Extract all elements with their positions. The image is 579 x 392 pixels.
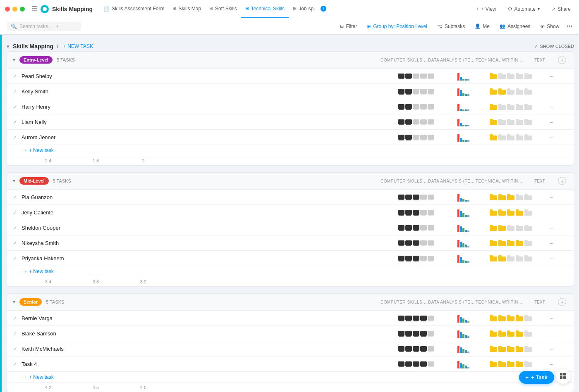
section-info-icon[interactable]: ℹ	[57, 44, 58, 49]
computer-skill-cell-2-1	[392, 331, 440, 336]
col-text-mid-level: TEXT	[523, 179, 556, 183]
avg-row-entry-level: 2.4 1.8 2	[7, 156, 574, 165]
task-count-entry-level: 5 TASKS	[57, 57, 75, 62]
show-button[interactable]: 👁 Show	[538, 22, 562, 31]
task-checkbox-1-0[interactable]: ✓	[13, 194, 17, 200]
task-checkbox-0-0[interactable]: ✓	[13, 73, 17, 79]
task-count-senior: 5 TASKS	[46, 299, 64, 304]
task-checkbox-1-2[interactable]: ✓	[13, 225, 17, 231]
more-options-button[interactable]: •••	[567, 23, 572, 29]
share-button[interactable]: ↗ Share	[548, 5, 574, 14]
group-badge-senior: Senior	[19, 298, 42, 306]
task-name-2-2[interactable]: Keith McMichaels	[22, 346, 388, 352]
plus-icon: +	[476, 6, 479, 12]
tab-skills-assessment[interactable]: 📄 Skills Assessment Form	[99, 0, 168, 18]
new-task-row-entry-level[interactable]: + + New task	[7, 145, 574, 156]
task-name-1-3[interactable]: Nikeysha Smith	[22, 240, 388, 246]
me-button[interactable]: 👤 Me	[472, 22, 492, 31]
subtasks-button[interactable]: ⌥ Subtasks	[435, 22, 467, 31]
add-column-mid-level[interactable]: +	[558, 177, 566, 185]
new-task-row-mid-level[interactable]: + + New task	[7, 266, 574, 277]
task-checkbox-1-3[interactable]: ✓	[13, 240, 17, 246]
computer-skill-cell-0-0	[392, 74, 440, 78]
collapse-entry-level-icon[interactable]: ▾	[13, 57, 15, 63]
task-cols-0-2: –	[392, 102, 568, 111]
col-writing-senior: TECHNICAL WRITING (...	[476, 300, 523, 304]
task-checkbox-2-1[interactable]: ✓	[13, 330, 17, 337]
task-name-1-1[interactable]: Jelly Caliente	[22, 209, 388, 216]
computer-skill-cell-0-4	[392, 135, 440, 140]
writing-skill-cell-0-4	[487, 134, 535, 140]
add-column-senior[interactable]: +	[558, 298, 566, 306]
add-column-entry-level[interactable]: +	[558, 56, 566, 64]
section-new-task[interactable]: + NEW TASK	[63, 43, 93, 49]
show-closed-button[interactable]: ✓ SHOW CLOSED	[534, 44, 574, 49]
col-computer-senior: COMPUTER SKILLS (TE...	[380, 300, 428, 304]
writing-skill-cell-2-3	[487, 361, 535, 367]
data-skill-cell-2-0	[440, 314, 487, 323]
group-col-headers-entry-level: COMPUTER SKILLS (TE... DATA ANALYSIS (TE…	[380, 56, 568, 64]
task-name-0-4[interactable]: Aurora Jenner	[22, 134, 388, 140]
automate-icon: ⚙	[508, 6, 512, 12]
computer-skill-cell-0-1	[392, 89, 440, 94]
task-checkbox-2-3[interactable]: ✓	[13, 361, 17, 367]
task-name-1-2[interactable]: Sheldon Cooper	[22, 225, 388, 231]
close-button[interactable]	[5, 7, 10, 12]
writing-skill-cell-0-0	[487, 73, 535, 79]
avg-computer-entry-level: 2.4	[24, 158, 72, 163]
search-area[interactable]: 🔍 Search tasks... ▾	[7, 22, 81, 31]
group-by-button[interactable]: ◉ Group by: Position Level	[364, 22, 430, 31]
computer-skill-cell-1-4	[392, 256, 440, 261]
task-name-0-1[interactable]: Kelly Smith	[22, 88, 388, 95]
collapse-senior-icon[interactable]: ▾	[13, 299, 15, 305]
automate-button[interactable]: ⚙ Automate ▾	[505, 5, 543, 14]
avg-writing-senior: 4.0	[120, 385, 167, 390]
task-name-0-3[interactable]: Liam Nelly	[22, 119, 388, 125]
task-fab[interactable]: + + Task	[519, 371, 554, 384]
main-area: ▾ Skills Mapping ℹ + NEW TASK ✓ SHOW CLO…	[0, 35, 579, 392]
computer-skill-cell-2-0	[392, 316, 440, 321]
task-checkbox-0-2[interactable]: ✓	[13, 104, 17, 110]
task-name-1-0[interactable]: Pia Guanzon	[22, 194, 388, 200]
task-checkbox-0-4[interactable]: ✓	[13, 134, 17, 140]
filter-button[interactable]: ⊟ Filter	[337, 22, 359, 31]
task-cols-1-2: –	[392, 223, 568, 232]
task-name-0-0[interactable]: Pearl Shelby	[22, 73, 388, 79]
plus-icon-entry-level: +	[24, 147, 27, 153]
task-checkbox-2-0[interactable]: ✓	[13, 315, 17, 321]
collapse-section-icon[interactable]: ▾	[7, 43, 10, 50]
task-checkbox-2-2[interactable]: ✓	[13, 346, 17, 352]
task-name-0-2[interactable]: Harry Henry	[22, 104, 388, 110]
collapse-mid-level-icon[interactable]: ▾	[13, 178, 15, 184]
view-button[interactable]: + + View	[473, 5, 499, 14]
computer-skill-cell-1-0	[392, 195, 440, 200]
text-cell-2-1: –	[535, 330, 568, 337]
grid-icon-4: ⊞	[293, 6, 297, 11]
apps-grid-icon	[560, 373, 567, 380]
data-skill-cell-0-1	[440, 87, 487, 96]
assignees-button[interactable]: 👥 Assignees	[497, 22, 533, 31]
task-name-1-4[interactable]: Priyanka Hakeem	[22, 255, 388, 261]
grid-icon-3: ⊞	[245, 6, 249, 11]
task-checkbox-0-1[interactable]: ✓	[13, 88, 17, 95]
task-name-2-0[interactable]: Bernie Varga	[22, 315, 388, 321]
tab-soft-skills[interactable]: ⊞ Soft Skills	[205, 0, 241, 18]
task-name-2-1[interactable]: Blake Samson	[22, 330, 388, 337]
task-name-2-3[interactable]: Task 4	[22, 361, 388, 367]
groups-container: ▾ Entry-Level 5 TASKS COMPUTER SKILLS (T…	[7, 51, 574, 392]
tab-technical-skills[interactable]: ⊞ Technical Skills	[241, 0, 289, 18]
task-cols-0-3: –	[392, 117, 568, 126]
tab-job-specs[interactable]: ⊞ Job-sp... !	[289, 0, 330, 18]
task-checkbox-1-1[interactable]: ✓	[13, 209, 17, 216]
minimize-button[interactable]	[12, 7, 17, 12]
computer-skill-cell-0-3	[392, 119, 440, 124]
group-header-senior: ▾ Senior 5 TASKS COMPUTER SKILLS (TE... …	[7, 294, 574, 311]
task-checkbox-1-4[interactable]: ✓	[13, 255, 17, 261]
hamburger-menu[interactable]: ☰	[31, 5, 37, 13]
tab-skills-map[interactable]: ⊞ Skills Map	[168, 0, 205, 18]
task-checkbox-0-3[interactable]: ✓	[13, 119, 17, 125]
task-row: ✓ Keith McMichaels	[7, 341, 574, 356]
maximize-button[interactable]	[20, 7, 25, 12]
apps-fab[interactable]	[556, 369, 571, 384]
new-task-row-senior[interactable]: + + New task	[7, 372, 574, 383]
